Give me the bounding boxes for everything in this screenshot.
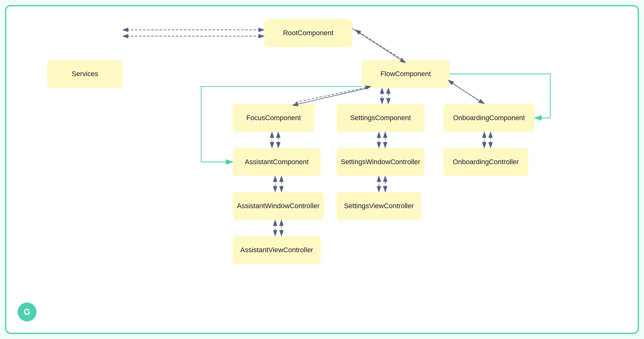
node-settings-window-controller: SettingsWindowController [336,148,425,176]
node-assistant-window-controller: AssistantWindowController [233,192,324,220]
node-assistant-component: AssistantComponent [233,148,321,176]
node-assistant-view-controller: AssistantViewController [233,236,321,264]
node-flow-component: FlowComponent [362,60,450,88]
svg-line-12 [450,82,484,104]
node-root-component: RootComponent [264,19,352,47]
svg-line-6 [352,28,406,63]
diagram-area: RootComponent Services FlowComponent Foc… [6,6,638,333]
node-onboarding-component: OnboardingComponent [443,104,535,132]
node-services: Services [47,60,123,88]
main-container: RootComponent Services FlowComponent Foc… [5,5,639,334]
svg-line-7 [355,30,402,60]
svg-line-13 [448,80,481,102]
arrows-svg [6,6,638,333]
node-settings-component: SettingsComponent [336,104,425,132]
node-settings-view-controller: SettingsViewController [336,192,421,220]
node-focus-component: FocusComponent [233,104,314,132]
svg-line-8 [292,88,368,105]
node-onboarding-controller: OnboardingController [443,148,528,176]
grammarly-logo: G [18,303,36,321]
svg-line-9 [296,86,371,102]
